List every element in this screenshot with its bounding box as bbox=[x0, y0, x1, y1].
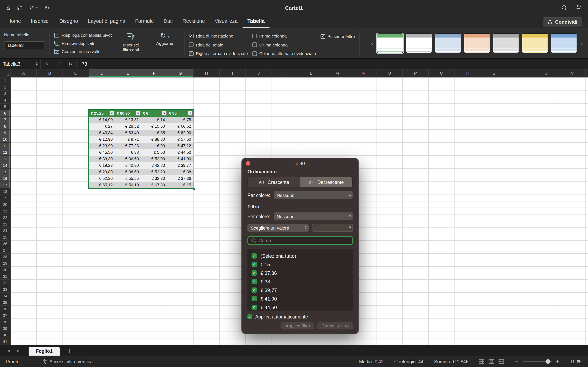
convert-to-range-button[interactable]: Converti in intervallo bbox=[54, 49, 112, 54]
row-header-36[interactable]: 36 bbox=[0, 306, 10, 312]
option-pulsante-filtro[interactable]: ✓Pulsante Filtro bbox=[320, 33, 355, 39]
checkbox-checked-icon[interactable]: ✓ bbox=[247, 314, 252, 319]
table-cell[interactable]: € 45,50 bbox=[89, 149, 115, 156]
option-riga-del-totale[interactable]: Riga del totale bbox=[189, 42, 248, 48]
apply-auto-row[interactable]: ✓ Applica automaticamente bbox=[247, 314, 353, 319]
row-header-1[interactable]: 1 bbox=[0, 77, 10, 84]
tab-revisione[interactable]: Revisione bbox=[178, 18, 210, 28]
table-cell[interactable]: € 12,90 bbox=[89, 136, 115, 143]
tab-formule[interactable]: Formule bbox=[130, 18, 159, 28]
table-cell[interactable]: € 44,50 bbox=[167, 149, 194, 156]
page-break-view-icon[interactable] bbox=[499, 359, 504, 364]
row-header-32[interactable]: 32 bbox=[0, 280, 10, 286]
table-style-yellow[interactable] bbox=[522, 33, 548, 53]
column-header-B[interactable]: B bbox=[37, 69, 63, 77]
tab-visualizza[interactable]: Visualizza bbox=[210, 18, 242, 28]
option-righe-alternate-evidenziate[interactable]: ✓Righe alternate evidenziate bbox=[189, 51, 248, 56]
option-colonne-alternate-evidenziate[interactable]: Colonne alternate evidenziate bbox=[252, 51, 316, 56]
table-cell[interactable]: € 52,20 bbox=[89, 175, 115, 182]
table-cell[interactable]: € 65,12 bbox=[89, 182, 115, 188]
filter-search-input[interactable] bbox=[259, 238, 349, 243]
zoom-out-icon[interactable]: − bbox=[515, 359, 519, 364]
table-header-cell[interactable]: € 90↓ bbox=[167, 110, 194, 117]
table-cell[interactable]: € 15,50 bbox=[141, 123, 167, 130]
row-header-4[interactable]: 4 bbox=[0, 97, 10, 104]
insert-function-icon[interactable]: fx bbox=[65, 61, 77, 67]
column-header-N[interactable]: N bbox=[350, 69, 376, 77]
cancel-entry-icon[interactable]: ✕ bbox=[41, 61, 53, 67]
checkbox-checked-icon[interactable]: ✓ bbox=[251, 270, 257, 276]
remove-duplicates-button[interactable]: Rimuovi duplicati bbox=[54, 41, 112, 46]
row-header-30[interactable]: 30 bbox=[0, 267, 10, 273]
table-cell[interactable]: € 39,77 bbox=[167, 162, 194, 169]
page-layout-view-icon[interactable] bbox=[489, 359, 494, 364]
table-cell[interactable]: € 33,30 bbox=[89, 156, 115, 162]
row-header-24[interactable]: 24 bbox=[0, 227, 10, 234]
table-cell[interactable]: € 90 bbox=[141, 143, 167, 149]
table-style-green[interactable] bbox=[377, 33, 403, 53]
table-cell[interactable]: € 36,60 bbox=[115, 156, 141, 162]
row-header-35[interactable]: 35 bbox=[0, 299, 10, 306]
table-cell[interactable]: € 23,90 bbox=[89, 143, 115, 149]
row-header-34[interactable]: 34 bbox=[0, 293, 10, 299]
apply-filter-button[interactable]: Applica filtro bbox=[282, 322, 314, 329]
row-header-37[interactable]: 37 bbox=[0, 312, 10, 319]
table-cell[interactable]: € 29,80 bbox=[89, 169, 115, 175]
table-cell[interactable]: € 28,32 bbox=[115, 123, 141, 130]
table-cell[interactable]: € 5,50 bbox=[141, 149, 167, 156]
row-header-19[interactable]: 19 bbox=[0, 195, 10, 201]
checkbox-unchecked-icon[interactable] bbox=[189, 43, 193, 47]
normal-view-icon[interactable] bbox=[479, 359, 484, 364]
table-cell[interactable]: € 9,71 bbox=[115, 136, 141, 143]
column-header-E[interactable]: E bbox=[115, 69, 141, 77]
table-cell[interactable]: € 57,60 bbox=[167, 136, 194, 143]
table-cell[interactable]: € 32,30 bbox=[141, 175, 167, 182]
row-header-38[interactable]: 38 bbox=[0, 319, 10, 325]
table-cell[interactable]: € 42,90 bbox=[115, 162, 141, 169]
save-icon[interactable] bbox=[17, 5, 22, 10]
filter-button-col-0[interactable]: ▼ bbox=[109, 111, 114, 116]
table-cell[interactable]: € 14,90 bbox=[89, 117, 115, 123]
accessibility-status[interactable]: Accessibilità: verifica bbox=[43, 359, 93, 364]
checkbox-checked-icon[interactable]: ✓ bbox=[251, 296, 257, 301]
table-cell[interactable]: € 14 bbox=[141, 117, 167, 123]
table-cell[interactable]: € 78 bbox=[167, 117, 194, 123]
row-header-17[interactable]: 17 bbox=[0, 182, 10, 188]
row-header-29[interactable]: 29 bbox=[0, 260, 10, 267]
column-header-M[interactable]: M bbox=[324, 69, 350, 77]
table-cell[interactable]: € 42,80 bbox=[141, 162, 167, 169]
account-icon[interactable] bbox=[576, 4, 581, 11]
choose-value-select[interactable]: Scegliere un valore ▲▼ bbox=[247, 224, 309, 232]
table-cell[interactable]: € 43,34 bbox=[89, 130, 115, 136]
table-cell[interactable]: € 77,23 bbox=[115, 143, 141, 149]
column-header-J[interactable]: J bbox=[246, 69, 272, 77]
gallery-next-icon[interactable]: › bbox=[579, 40, 584, 47]
checkbox-checked-icon[interactable]: ✓ bbox=[251, 262, 257, 267]
option-prima-colonna[interactable]: Prima colonna bbox=[252, 33, 316, 39]
filter-button-col-2[interactable]: ▼ bbox=[162, 111, 167, 116]
column-header-R[interactable]: R bbox=[455, 69, 481, 77]
checkbox-checked-icon[interactable]: ✓ bbox=[189, 51, 193, 56]
name-box-stepper[interactable]: ▲ ▼ bbox=[36, 62, 38, 66]
row-header-9[interactable]: 9 bbox=[0, 130, 10, 136]
filter-value-item-seleziona-tutto[interactable]: ✓(Seleziona tutto) bbox=[247, 252, 353, 260]
summarize-pivot-button[interactable]: Riepiloga con tabella pivot bbox=[54, 33, 112, 38]
table-header-cell[interactable]: € 6▼ bbox=[141, 110, 167, 117]
tab-layout-di-pagina[interactable]: Layout di pagina bbox=[83, 18, 130, 28]
row-header-2[interactable]: 2 bbox=[0, 84, 10, 91]
tab-disegno[interactable]: Disegno bbox=[54, 18, 83, 28]
share-button[interactable]: Condividi bbox=[543, 17, 582, 26]
table-cell[interactable]: € 67,30 bbox=[141, 182, 167, 188]
table-cell[interactable]: € 27 bbox=[89, 123, 115, 130]
filter-value-item-39-77[interactable]: ✓€ 39,77 bbox=[247, 286, 353, 294]
row-header-11[interactable]: 11 bbox=[0, 143, 10, 149]
column-header-V[interactable]: V bbox=[559, 69, 586, 77]
row-header-16[interactable]: 16 bbox=[0, 175, 10, 182]
row-header-14[interactable]: 14 bbox=[0, 162, 10, 169]
table-cell[interactable]: € 19,23 bbox=[89, 162, 115, 169]
column-header-Q[interactable]: Q bbox=[429, 69, 455, 77]
table-header-cell[interactable]: € 80,90▼ bbox=[115, 110, 141, 117]
column-header-K[interactable]: K bbox=[272, 69, 298, 77]
filter-value-item-37-36[interactable]: ✓€ 37,36 bbox=[247, 269, 353, 277]
zoom-slider-knob[interactable] bbox=[545, 359, 550, 364]
